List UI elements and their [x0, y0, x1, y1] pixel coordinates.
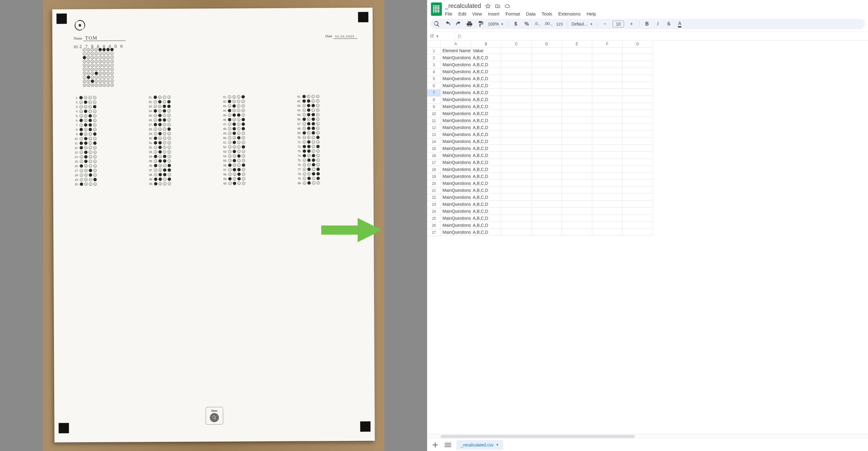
sheets-app-icon[interactable] [431, 2, 442, 16]
cell[interactable] [562, 145, 592, 152]
cell[interactable] [501, 208, 532, 215]
cell[interactable]: MainQuestions1 [441, 152, 471, 159]
cell[interactable] [592, 111, 622, 117]
column-header[interactable]: B [471, 41, 501, 48]
column-header[interactable]: A [441, 41, 471, 48]
cell[interactable]: A,B,C,D [471, 62, 501, 68]
cell[interactable] [501, 48, 532, 54]
cell[interactable]: MainQuestions1 [441, 159, 471, 166]
cell[interactable]: MainQuestions2 [441, 187, 471, 194]
cell[interactable] [622, 180, 653, 187]
row-header[interactable]: 20 [427, 180, 441, 187]
currency-icon[interactable]: $ [513, 21, 519, 27]
row-header[interactable]: 13 [427, 132, 441, 138]
row-header[interactable]: 10 [427, 111, 441, 117]
cell[interactable] [532, 159, 562, 166]
cell[interactable] [562, 152, 592, 159]
cell[interactable]: MainQuestions1 [441, 55, 471, 61]
cell[interactable] [592, 62, 622, 68]
cell[interactable]: A,B,C,D [471, 76, 501, 82]
cell[interactable] [592, 166, 622, 173]
row-header[interactable]: 5 [427, 76, 441, 83]
cell[interactable] [532, 96, 562, 103]
cell[interactable] [622, 187, 653, 194]
cell[interactable] [562, 229, 592, 235]
cell[interactable] [501, 138, 532, 145]
cell[interactable] [562, 173, 592, 180]
cell[interactable]: MainQuestions2 [441, 62, 471, 68]
cell[interactable] [501, 96, 532, 103]
cell[interactable] [622, 83, 653, 89]
cell[interactable] [592, 152, 622, 159]
cell[interactable]: A,B,C,D [471, 138, 501, 145]
font-size-increase[interactable]: + [628, 21, 635, 27]
menu-help[interactable]: Help [586, 11, 596, 17]
cell[interactable]: A,B,C,D [471, 145, 501, 152]
cell[interactable] [532, 68, 562, 75]
cell[interactable]: A,B,C,D [471, 159, 501, 166]
cell[interactable] [532, 145, 562, 152]
cell[interactable]: A,B,C,D [471, 55, 501, 61]
cell[interactable]: A,B,C,D [471, 132, 501, 138]
cell[interactable]: Value [471, 48, 501, 54]
row-header[interactable]: 2 [427, 55, 441, 62]
cell[interactable] [501, 180, 532, 187]
cell[interactable]: MainQuestions1 [441, 124, 471, 131]
cell[interactable] [592, 132, 622, 138]
italic-icon[interactable]: I [655, 21, 661, 27]
cell[interactable]: MainQuestions3 [441, 68, 471, 75]
cell[interactable]: A,B,C,D [471, 173, 501, 180]
cell[interactable] [622, 152, 653, 159]
cell[interactable] [562, 132, 592, 138]
row-header[interactable]: 26 [427, 222, 441, 229]
cell[interactable] [592, 187, 622, 194]
cell[interactable] [532, 173, 562, 180]
menu-file[interactable]: File [445, 11, 452, 17]
cell[interactable] [501, 83, 532, 89]
row-header[interactable]: 11 [427, 117, 441, 124]
cell[interactable] [562, 111, 592, 117]
cell[interactable] [592, 180, 622, 187]
cell[interactable] [532, 222, 562, 228]
cell[interactable] [592, 124, 622, 131]
cell[interactable]: A,B,C,D [471, 229, 501, 235]
cell[interactable]: A,B,C,D [471, 96, 501, 103]
cell[interactable] [622, 55, 653, 61]
cell[interactable] [592, 89, 622, 96]
cell[interactable] [562, 89, 592, 96]
cell[interactable] [592, 159, 622, 166]
cell[interactable] [501, 76, 532, 82]
cell[interactable] [622, 201, 653, 207]
font-dropdown[interactable]: Defaul…▼ [571, 22, 593, 26]
cell[interactable]: Element Name [441, 48, 471, 54]
menu-insert[interactable]: Insert [488, 11, 499, 17]
row-header[interactable]: 8 [427, 96, 441, 104]
cell[interactable] [622, 48, 653, 54]
cell[interactable] [622, 145, 653, 152]
sheet-tab-menu-icon[interactable]: ▼ [496, 443, 499, 447]
cell[interactable] [532, 215, 562, 222]
cell[interactable]: MainQuestions2 [441, 194, 471, 201]
cell[interactable] [501, 152, 532, 159]
cell[interactable]: MainQuestions1 [441, 166, 471, 173]
print-icon[interactable] [466, 21, 473, 27]
cell[interactable] [592, 222, 622, 228]
cell[interactable]: MainQuestions7 [441, 96, 471, 103]
cell[interactable] [532, 62, 562, 68]
cell[interactable] [501, 68, 532, 75]
cloud-saved-icon[interactable] [505, 3, 510, 9]
row-header[interactable]: 12 [427, 124, 441, 132]
cell[interactable] [501, 62, 532, 68]
cell[interactable] [592, 55, 622, 61]
cell[interactable] [622, 222, 653, 228]
cell[interactable]: MainQuestions4 [441, 76, 471, 82]
cell[interactable]: MainQuestions2 [441, 229, 471, 235]
cell[interactable] [622, 117, 653, 124]
cell[interactable] [501, 55, 532, 61]
cell[interactable] [501, 104, 532, 110]
cell[interactable]: MainQuestions1 [441, 138, 471, 145]
cell[interactable] [562, 62, 592, 68]
row-header[interactable]: 16 [427, 152, 441, 159]
cell[interactable] [562, 76, 592, 82]
cell[interactable] [532, 124, 562, 131]
